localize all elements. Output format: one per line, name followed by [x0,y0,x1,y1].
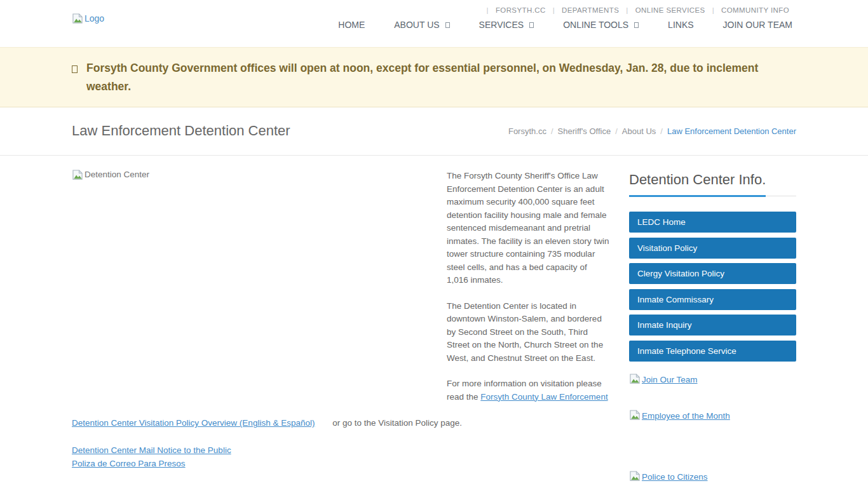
visitation-continuation: Detention Center Visitation Policy Overv… [72,416,610,430]
article-text: The Forsyth County Sheriff's Office Law … [447,170,610,416]
nav-services-label: SERVICES [479,20,524,30]
sidebar-button-inmate-commissary[interactable]: Inmate Commissary [629,289,796,310]
main-content: Detention Center The Forsyth County Sher… [72,156,796,484]
visitation-suffix-text: or go to the Visitation Policy page. [332,418,462,428]
broken-image-icon [629,471,641,484]
mail-links: Detention Center Mail Notice to the Publ… [72,444,610,470]
content-left: Detention Center The Forsyth County Sher… [72,170,610,484]
nav-join-our-team[interactable]: JOIN OUR TEAM [709,20,796,30]
visitation-policy-overview-link[interactable]: Forsyth County Law Enforcement [480,392,607,402]
join-our-team-link[interactable]: Join Our Team [642,375,698,384]
mail-notice-link[interactable]: Detention Center Mail Notice to the Publ… [72,444,231,457]
broken-image-icon [72,170,84,182]
paragraph-location: The Detention Center is located in downt… [447,300,610,365]
sidebar-button-ledc-home[interactable]: LEDC Home [629,212,796,233]
broken-image-icon [629,374,641,386]
nav-about-us[interactable]: ABOUT US [379,20,464,30]
employee-of-the-month-banner: Employee of the Month [629,410,796,423]
header-nav-stack: | FORSYTH.CC | DEPARTMENTS | ONLINE SERV… [323,0,796,47]
sidebar-detention-info: Detention Center Info. LEDC Home Visitat… [629,170,796,484]
image-alt-text: Detention Center [85,170,149,179]
nav-online-tools-label: ONLINE TOOLS [563,20,628,30]
nav-home[interactable]: HOME [323,20,379,30]
sidebar-button-clergy-visitation-policy[interactable]: Clergy Visitation Policy [629,263,796,284]
sidebar-button-list: LEDC Home Visitation Policy Clergy Visit… [629,212,796,362]
nav-links[interactable]: LINKS [653,20,708,30]
utility-nav: | FORSYTH.CC | DEPARTMENTS | ONLINE SERV… [487,6,797,14]
title-band: Law Enforcement Detention Center Forsyth… [0,107,868,156]
nav-online-tools[interactable]: ONLINE TOOLS [548,20,653,30]
site-header: Logo | FORSYTH.CC | DEPARTMENTS | ONLINE… [0,0,868,47]
broken-image-icon [72,13,84,26]
paragraph-facility: The Forsyth County Sheriff's Office Law … [447,170,610,287]
utility-nav-online-services[interactable]: ONLINE SERVICES [628,6,712,14]
alert-message: Forsyth County Government offices will o… [86,59,792,96]
logo-alt-text: Logo [85,13,104,24]
paragraph-visitation: For more information on visitation pleas… [447,377,610,403]
police-to-citizens-link[interactable]: Police to Citizens [642,472,708,482]
nav-links-label: LINKS [668,20,693,30]
visitation-policy-overview-link[interactable]: Detention Center Visitation Policy Overv… [72,418,315,428]
dropdown-indicator-icon [445,22,450,28]
main-nav: HOME ABOUT US SERVICES ONLINE TOOLS LINK… [323,20,796,30]
nav-about-us-label: ABOUT US [394,20,439,30]
police-to-citizens-banner: Police to Citizens [629,471,796,484]
sidebar-heading-rule [629,195,796,197]
breadcrumb-sheriffs-office[interactable]: Sheriff's Office [553,126,616,136]
alert-icon [72,65,78,73]
nav-services[interactable]: SERVICES [465,20,549,30]
sidebar-button-inmate-telephone-service[interactable]: Inmate Telephone Service [629,341,796,362]
sidebar-heading: Detention Center Info. [629,172,796,188]
employee-of-the-month-link[interactable]: Employee of the Month [642,411,730,421]
detention-center-image: Detention Center [72,170,447,416]
utility-nav-community-info[interactable]: COMMUNITY INFO [714,6,796,14]
utility-nav-forsyth-cc[interactable]: FORSYTH.CC [489,6,553,14]
nav-join-our-team-label: JOIN OUR TEAM [723,20,792,30]
breadcrumb-current: Law Enforcement Detention Center [663,126,796,136]
breadcrumb: Forsyth.cc / Sheriff's Office / About Us… [504,126,796,136]
breadcrumb-about-us[interactable]: About Us [618,126,660,136]
dropdown-indicator-icon [529,22,534,28]
nav-home-label: HOME [338,20,365,30]
mail-notice-spanish-link[interactable]: Poliza de Correo Para Presos [72,457,186,470]
broken-image-icon [629,410,641,423]
join-our-team-banner: Join Our Team [629,374,796,386]
alert-banner: Forsyth County Government offices will o… [0,47,868,107]
utility-nav-departments[interactable]: DEPARTMENTS [555,6,626,14]
page-title: Law Enforcement Detention Center [72,123,290,139]
breadcrumb-forsyth-cc[interactable]: Forsyth.cc [504,126,551,136]
dropdown-indicator-icon [634,22,639,28]
sidebar-button-visitation-policy[interactable]: Visitation Policy [629,238,796,259]
site-logo-link[interactable]: Logo [72,13,104,47]
sidebar-button-inmate-inquiry[interactable]: Inmate Inquiry [629,315,796,336]
